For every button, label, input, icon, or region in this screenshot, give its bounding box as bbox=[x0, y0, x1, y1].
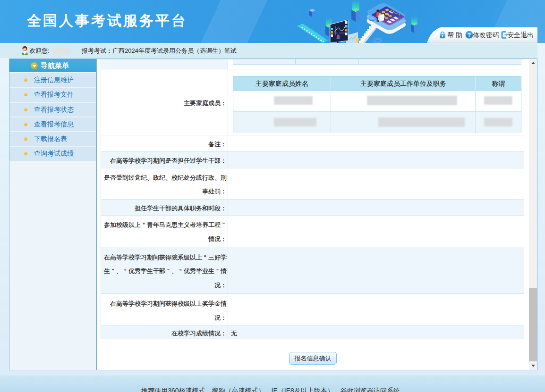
svg-text:?: ? bbox=[468, 32, 471, 38]
